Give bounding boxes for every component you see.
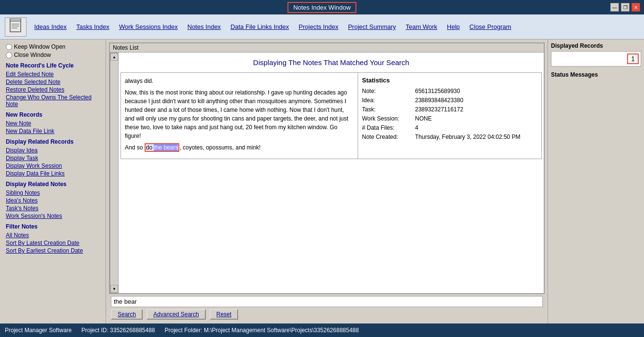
stats-row-task: Task: 238932327116172: [362, 106, 537, 113]
app-logo: [5, 17, 27, 37]
highlight-pre: do: [146, 144, 154, 151]
note-para-2: Now, this is the most ironic thing about…: [125, 88, 354, 140]
note-para3-pre: And so: [125, 144, 145, 151]
window-title: Notes Index Window: [287, 2, 356, 13]
menu-project-summary[interactable]: Project Summary: [348, 23, 396, 30]
new-note-link[interactable]: New Note: [6, 120, 100, 127]
advanced-search-button[interactable]: Advanced Search: [147, 309, 206, 320]
stats-value-work-session: NONE: [415, 115, 432, 122]
close-window-input[interactable]: [6, 52, 12, 58]
search-bar: Search Advanced Search Reset: [109, 294, 545, 321]
stats-heading: Statistics: [362, 77, 537, 84]
search-input-row: [111, 296, 543, 307]
tasks-notes-link[interactable]: Task's Notes: [6, 205, 100, 212]
close-button[interactable]: ✕: [631, 3, 640, 12]
note-para-1: always did.: [125, 77, 354, 85]
new-data-file-link-link[interactable]: New Data File Link: [6, 128, 100, 135]
delete-selected-note-link[interactable]: Delete Selected Note: [6, 79, 100, 85]
change-owner-note-link[interactable]: Change Who Owns The Selected Note: [6, 94, 100, 108]
sort-by-earliest-link[interactable]: Sort By Earliest Creation Date: [6, 247, 100, 254]
keep-window-open-input[interactable]: [6, 44, 12, 50]
highlight-box: do the bears: [145, 143, 180, 152]
stats-label-note: Note:: [362, 88, 415, 94]
sort-by-latest-link[interactable]: Sort By Latest Creation Date: [6, 240, 100, 246]
scroll-down-arrow[interactable]: ▼: [110, 285, 118, 293]
title-bar: Notes Index Window — ❐ ✕: [0, 0, 644, 14]
display-idea-link[interactable]: Display Idea: [6, 147, 100, 154]
stats-value-data-files: 4: [415, 124, 418, 131]
display-work-session-link[interactable]: Display Work Session: [6, 162, 100, 169]
menu-help[interactable]: Help: [447, 23, 460, 30]
search-buttons-row: Search Advanced Search Reset: [111, 309, 543, 321]
sidebar: Keep Window Open Close Window Note Recor…: [0, 40, 106, 324]
stats-row-created: Note Created: Thursday, February 3, 2022…: [362, 134, 537, 140]
status-bar: Project Manager Software Project ID: 335…: [0, 324, 644, 337]
sibling-notes-link[interactable]: Sibling Notes: [6, 189, 100, 196]
highlighted-word: the bears: [154, 144, 178, 151]
notes-list-header: Notes List: [110, 43, 544, 53]
status-messages-title: Status Messages: [551, 71, 641, 78]
content-area: Notes List ▲ ▼ Displaying The Notes That…: [106, 40, 548, 324]
title-bar-center: Notes Index Window: [287, 4, 356, 11]
display-heading: Displaying The Notes That Matched Your S…: [121, 58, 542, 67]
notes-list-panel: Notes List ▲ ▼ Displaying The Notes That…: [109, 42, 545, 294]
stats-row-idea: Idea: 238893848423380: [362, 97, 537, 104]
search-input[interactable]: [111, 296, 543, 307]
note-life-cycle-title: Note Record's Life Cycle: [6, 62, 100, 69]
notes-list-inner: ▲ ▼ Displaying The Notes That Matched Yo…: [110, 53, 544, 293]
status-software: Project Manager Software: [5, 327, 72, 334]
notes-list-header-label: Notes List: [113, 44, 138, 51]
stats-row-data-files: # Data Files: 4: [362, 124, 537, 131]
close-window-radio[interactable]: Close Window: [6, 52, 100, 58]
scroll-up-arrow[interactable]: ▲: [110, 53, 118, 61]
stats-value-idea: 238893848423380: [415, 97, 463, 104]
stats-value-note: 65613125689930: [415, 88, 460, 94]
right-panel: Displayed Records 1 Status Messages: [548, 40, 644, 324]
stats-row-note: Note: 65613125689930: [362, 88, 537, 94]
keep-window-open-label: Keep Window Open: [14, 43, 66, 50]
all-notes-link[interactable]: All Notes: [6, 232, 100, 239]
stats-label-task: Task:: [362, 106, 415, 113]
stats-label-created: Note Created:: [362, 134, 415, 140]
search-button[interactable]: Search: [111, 309, 143, 320]
note-stats-column: Statistics Note: 65613125689930 Idea: 23…: [358, 73, 541, 159]
restore-deleted-notes-link[interactable]: Restore Deleted Notes: [6, 86, 100, 93]
note-text-column: always did. Now, this is the most ironic…: [121, 73, 358, 159]
restore-button[interactable]: ❐: [621, 3, 630, 12]
display-related-notes-title: Display Related Notes: [6, 181, 100, 188]
displayed-records-title: Displayed Records: [551, 42, 641, 49]
records-count: 1: [627, 54, 639, 64]
stats-label-data-files: # Data Files:: [362, 124, 415, 131]
menu-notes-index[interactable]: Notes Index: [188, 23, 221, 30]
menu-tasks-index[interactable]: Tasks Index: [76, 23, 109, 30]
stats-value-created: Thursday, February 3, 2022 04:02:50 PM: [415, 134, 521, 140]
menu-close-program[interactable]: Close Program: [470, 23, 511, 30]
close-window-label: Close Window: [14, 52, 51, 58]
stats-value-task: 238932327116172: [415, 106, 463, 113]
ideas-notes-link[interactable]: Idea's Notes: [6, 197, 100, 204]
stats-label-work-session: Work Session:: [362, 115, 415, 122]
note-record: always did. Now, this is the most ironic…: [121, 72, 542, 159]
menu-ideas-index[interactable]: Ideas Index: [34, 23, 67, 30]
status-project-id: Project ID: 33526268885488: [81, 327, 155, 334]
display-data-file-links-link[interactable]: Display Data File Links: [6, 170, 100, 177]
keep-window-open-radio[interactable]: Keep Window Open: [6, 43, 100, 50]
edit-selected-note-link[interactable]: Edit Selected Note: [6, 71, 100, 78]
minimize-button[interactable]: —: [610, 3, 619, 12]
menu-bar: Ideas Index Tasks Index Work Sessions In…: [0, 14, 644, 40]
notes-content: Displaying The Notes That Matched Your S…: [119, 53, 544, 293]
reset-button[interactable]: Reset: [210, 309, 238, 320]
menu-work-sessions-index[interactable]: Work Sessions Index: [119, 23, 178, 30]
display-related-records-title: Display Related Records: [6, 138, 100, 145]
svg-rect-1: [10, 18, 21, 21]
menu-team-work[interactable]: Team Work: [406, 23, 438, 30]
displayed-records-box: 1: [551, 51, 641, 67]
title-controls: — ❐ ✕: [610, 3, 640, 12]
menu-data-file-links-index[interactable]: Data File Links Index: [230, 23, 289, 30]
menu-items: Ideas Index Tasks Index Work Sessions In…: [34, 23, 511, 30]
work-sessions-notes-link[interactable]: Work Session's Notes: [6, 213, 100, 219]
window-options: Keep Window Open Close Window: [6, 43, 100, 58]
display-task-link[interactable]: Display Task: [6, 155, 100, 162]
menu-projects-index[interactable]: Projects Index: [299, 23, 338, 30]
scrollbar[interactable]: ▲ ▼: [110, 53, 119, 293]
